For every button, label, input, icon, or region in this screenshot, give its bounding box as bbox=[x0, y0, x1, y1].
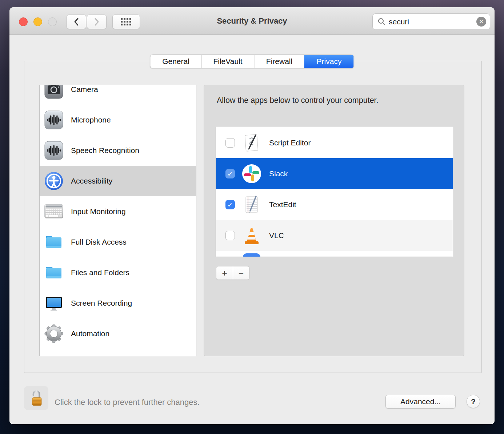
preferences-content: General FileVault Firewall Privacy bbox=[9, 35, 495, 424]
add-app-button[interactable]: + bbox=[216, 266, 233, 280]
sidebar-item-label: Files and Folders bbox=[71, 268, 129, 277]
script-editor-icon bbox=[242, 133, 261, 152]
panel-header-text: Allow the apps below to control your com… bbox=[217, 96, 379, 105]
sidebar-item-files-and-folders[interactable]: Files and Folders bbox=[40, 257, 196, 288]
sidebar-item-camera[interactable]: Camera bbox=[40, 85, 196, 105]
lock-hint-text: Click the lock to prevent further change… bbox=[55, 398, 200, 407]
sidebar-item-microphone[interactable]: Microphone bbox=[40, 105, 196, 135]
sidebar-item-full-disk-access[interactable]: Full Disk Access bbox=[40, 227, 196, 257]
allowed-apps-list: Script Editor Slack bbox=[216, 127, 453, 257]
app-row-slack[interactable]: Slack bbox=[216, 158, 453, 189]
app-row-textedit[interactable]: TextEdit bbox=[216, 189, 453, 220]
textedit-icon bbox=[242, 195, 261, 214]
search-icon bbox=[377, 17, 386, 26]
search-field[interactable]: ✕ bbox=[372, 13, 490, 30]
textedit-checkbox[interactable] bbox=[225, 200, 235, 209]
advanced-button[interactable]: Advanced... bbox=[385, 395, 456, 409]
speech-waveform-icon bbox=[44, 141, 63, 160]
vlc-checkbox[interactable] bbox=[225, 231, 235, 240]
help-button[interactable]: ? bbox=[467, 395, 480, 408]
tab-bar: General FileVault Firewall Privacy bbox=[150, 55, 354, 68]
keyboard-icon bbox=[44, 202, 63, 221]
tab-privacy[interactable]: Privacy bbox=[304, 55, 354, 68]
accessibility-icon bbox=[44, 172, 63, 190]
app-label: VLC bbox=[269, 231, 284, 240]
app-label: TextEdit bbox=[269, 200, 296, 209]
search-input[interactable] bbox=[389, 17, 476, 26]
partially-visible-app-row bbox=[216, 251, 453, 257]
sidebar-item-input-monitoring[interactable]: Input Monitoring bbox=[40, 196, 196, 227]
script-editor-checkbox[interactable] bbox=[225, 138, 235, 148]
lock-button[interactable] bbox=[24, 386, 48, 410]
folder-icon bbox=[44, 263, 63, 282]
folder-icon bbox=[44, 233, 63, 252]
security-privacy-window: Security & Privacy ✕ General FileVault F… bbox=[9, 7, 495, 424]
display-icon bbox=[44, 294, 63, 313]
remove-app-button[interactable]: − bbox=[233, 266, 249, 280]
gear-icon bbox=[44, 324, 63, 343]
sidebar-item-label: Accessibility bbox=[71, 177, 112, 185]
sidebar-item-label: Automation bbox=[71, 329, 109, 338]
vlc-icon bbox=[242, 226, 261, 245]
sidebar-item-label: Camera bbox=[71, 85, 98, 94]
tab-firewall[interactable]: Firewall bbox=[254, 55, 304, 68]
microphone-waveform-icon bbox=[44, 110, 63, 129]
sidebar-item-label: Speech Recognition bbox=[71, 146, 139, 155]
title-bar: Security & Privacy ✕ bbox=[9, 7, 495, 35]
clear-search-icon[interactable]: ✕ bbox=[476, 17, 486, 27]
camera-icon bbox=[44, 85, 63, 99]
sidebar-item-label: Input Monitoring bbox=[71, 207, 126, 216]
slack-icon bbox=[242, 164, 261, 183]
sidebar-item-automation[interactable]: Automation bbox=[40, 318, 196, 349]
sidebar-item-screen-recording[interactable]: Screen Recording bbox=[40, 288, 196, 318]
accessibility-panel: Allow the apps below to control your com… bbox=[204, 85, 464, 356]
partial-app-icon bbox=[243, 253, 260, 257]
app-row-script-editor[interactable]: Script Editor bbox=[216, 127, 453, 158]
sidebar-item-label: Full Disk Access bbox=[71, 238, 127, 246]
unlocked-padlock-icon bbox=[28, 387, 45, 409]
tab-general[interactable]: General bbox=[151, 55, 201, 68]
privacy-category-list: Camera bbox=[39, 85, 196, 356]
privacy-category-scroll: Camera bbox=[40, 85, 196, 349]
slack-checkbox[interactable] bbox=[225, 169, 235, 178]
app-row-vlc[interactable]: VLC bbox=[216, 220, 453, 251]
sidebar-item-label: Microphone bbox=[71, 116, 111, 124]
sidebar-item-accessibility[interactable]: Accessibility bbox=[40, 166, 196, 196]
app-label: Slack bbox=[269, 169, 288, 178]
tab-filevault[interactable]: FileVault bbox=[201, 55, 254, 68]
add-remove-group: + − bbox=[216, 266, 249, 280]
sidebar-item-label: Screen Recording bbox=[71, 299, 132, 308]
sidebar-item-speech-recognition[interactable]: Speech Recognition bbox=[40, 135, 196, 166]
app-label: Script Editor bbox=[269, 138, 311, 147]
